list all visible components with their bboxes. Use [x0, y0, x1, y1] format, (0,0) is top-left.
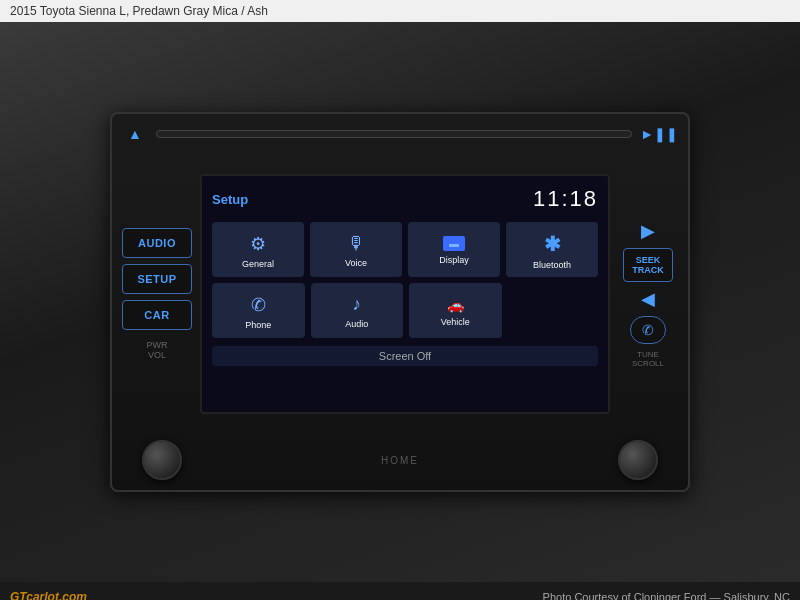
phone-icon: ✆	[251, 294, 266, 316]
voice-label: Voice	[345, 258, 367, 268]
car-button[interactable]: CAR	[122, 300, 192, 330]
audio-icon: ♪	[352, 294, 361, 315]
car-title: 2015 Toyota Sienna L,	[10, 4, 129, 18]
display-icon: ▬	[443, 236, 465, 251]
menu-item-display[interactable]: ▬ Display	[408, 222, 500, 277]
home-button[interactable]: HOME	[381, 455, 419, 466]
bottom-bar: GTcarlot.com Photo Courtesy of Cloninger…	[0, 582, 800, 600]
menu-row-1: ⚙ General 🎙 Voice ▬ Display	[212, 222, 598, 277]
eject-button[interactable]: ▲	[122, 124, 148, 144]
photo-credit: Photo Courtesy of Cloninger Ford — Salis…	[543, 591, 790, 600]
vehicle-icon: 🚗	[447, 297, 464, 313]
general-label: General	[242, 259, 274, 269]
audio-label: Audio	[345, 319, 368, 329]
seek-forward-icon[interactable]: ▶	[641, 220, 655, 242]
tune-scroll-label: TUNESCROLL	[632, 350, 664, 368]
screen-title: Setup	[212, 192, 248, 207]
menu-item-general[interactable]: ⚙ General	[212, 222, 304, 277]
display-label: Display	[439, 255, 469, 265]
left-knob[interactable]	[142, 440, 182, 480]
bluetooth-icon: ✱	[544, 232, 561, 256]
screen-header: Setup 11:18	[212, 186, 598, 212]
head-unit: ▲ ►❚❚ AUDIO SETUP CAR PWRVOL	[110, 112, 690, 492]
middle-row: AUDIO SETUP CAR PWRVOL Setup 11:18	[122, 152, 678, 436]
phone-label: Phone	[245, 320, 271, 330]
setup-button[interactable]: SETUP	[122, 264, 192, 294]
menu-item-audio[interactable]: ♪ Audio	[311, 283, 404, 338]
seek-back-icon[interactable]: ◀	[641, 288, 655, 310]
pwr-vol-label: PWRVOL	[122, 340, 192, 360]
gt-logo: GTcarlot.com	[10, 590, 87, 600]
right-knob[interactable]	[618, 440, 658, 480]
seek-track-button[interactable]: SEEKTRACK	[623, 248, 673, 282]
top-info-bar: 2015 Toyota Sienna L, Predawn Gray Mica …	[0, 0, 800, 22]
play-pause-button[interactable]: ►❚❚	[640, 126, 678, 142]
phone-call-icon: ✆	[642, 322, 654, 338]
phone-call-button[interactable]: ✆	[630, 316, 666, 344]
right-buttons-panel: ▶ SEEKTRACK ◀ ✆ TUNESCROLL	[618, 220, 678, 368]
menu-item-phone[interactable]: ✆ Phone	[212, 283, 305, 338]
audio-button[interactable]: AUDIO	[122, 228, 192, 258]
general-icon: ⚙	[250, 233, 266, 255]
touchscreen[interactable]: Setup 11:18 ⚙ General 🎙 Voice	[200, 174, 610, 414]
bluetooth-label: Bluetooth	[533, 260, 571, 270]
cd-slot	[156, 130, 632, 138]
cd-slot-row: ▲ ►❚❚	[122, 124, 678, 144]
menu-row-2: ✆ Phone ♪ Audio 🚗 Vehicle	[212, 283, 502, 338]
menu-item-vehicle[interactable]: 🚗 Vehicle	[409, 283, 502, 338]
photo-area: ▲ ►❚❚ AUDIO SETUP CAR PWRVOL	[0, 22, 800, 582]
screen-time: 11:18	[533, 186, 598, 212]
vehicle-label: Vehicle	[441, 317, 470, 327]
knobs-row: HOME	[122, 440, 678, 480]
left-buttons-panel: AUDIO SETUP CAR PWRVOL	[122, 228, 192, 360]
screen-off-button[interactable]: Screen Off	[212, 346, 598, 366]
car-subtitle: Predawn Gray Mica / Ash	[133, 4, 268, 18]
menu-item-voice[interactable]: 🎙 Voice	[310, 222, 402, 277]
menu-item-bluetooth[interactable]: ✱ Bluetooth	[506, 222, 598, 277]
voice-icon: 🎙	[347, 233, 365, 254]
